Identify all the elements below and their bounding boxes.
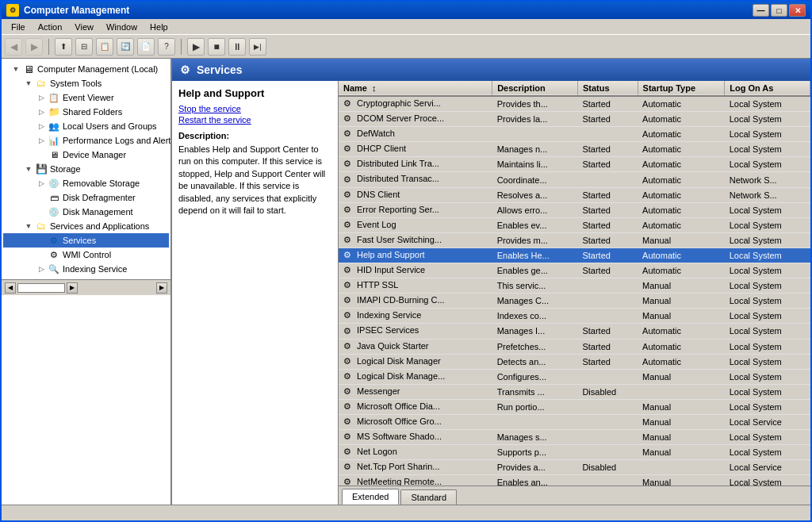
tree-shared-folders[interactable]: ▷ 📁 Shared Folders — [3, 105, 169, 119]
tree-scroll-left[interactable]: ◀ — [5, 282, 16, 294]
tree-expand-button[interactable]: ▶ — [156, 282, 167, 294]
tree-services-apps[interactable]: ▼ 🗂 Services and Applications — [3, 219, 169, 233]
col-status[interactable]: Status — [577, 81, 638, 96]
services-table[interactable]: Name ↕ Description Status Startup Type L… — [339, 81, 810, 486]
tree-services[interactable]: ⚙ Services — [3, 233, 169, 248]
service-name-cell: ⚙Net Logon — [339, 445, 492, 460]
table-row[interactable]: ⚙Net LogonSupports p...ManualLocal Syste… — [339, 445, 810, 460]
table-row[interactable]: ⚙DCOM Server Proce...Provides la...Start… — [339, 112, 810, 127]
table-row[interactable]: ⚙HID Input ServiceEnables ge...StartedAu… — [339, 263, 810, 278]
properties-button[interactable]: 📋 — [96, 38, 113, 56]
table-row[interactable]: ⚙Event LogEnables ev...StartedAutomaticL… — [339, 217, 810, 232]
col-description[interactable]: Description — [492, 81, 578, 96]
table-row[interactable]: ⚙HTTP SSLThis servic...ManualLocal Syste… — [339, 278, 810, 294]
up-button[interactable]: ⬆ — [55, 38, 72, 56]
main-area: ▼ 🖥 Computer Management (Local) ▼ 🗂 Syst… — [2, 59, 810, 505]
col-logon[interactable]: Log On As — [725, 81, 810, 96]
tab-extended[interactable]: Extended — [342, 489, 399, 505]
stop-button[interactable]: ■ — [208, 38, 225, 56]
tree-system-tools[interactable]: ▼ 🗂 System Tools — [3, 76, 169, 90]
back-button[interactable]: ◀ — [5, 38, 22, 56]
table-row[interactable]: ⚙DHCP ClientManages n...StartedAutomatic… — [339, 142, 810, 157]
menu-view[interactable]: View — [68, 21, 100, 33]
table-row[interactable]: ⚙Microsoft Office Dia...Run portio...Man… — [339, 399, 810, 414]
tree-scrollbar[interactable] — [17, 283, 65, 293]
disk-mgmt-expander — [35, 205, 48, 218]
table-row[interactable]: ⚙Distributed Link Tra...Maintains li...S… — [339, 157, 810, 172]
table-row[interactable]: ⚙Net.Tcp Port Sharin...Provides a...Disa… — [339, 460, 810, 475]
tree-system-tools-label: System Tools — [50, 79, 102, 88]
tree-indexing[interactable]: ▷ 🔍 Indexing Service — [3, 262, 169, 276]
menu-file[interactable]: File — [5, 21, 32, 33]
tree-storage[interactable]: ▼ 💾 Storage — [3, 162, 169, 176]
service-status-cell — [577, 414, 638, 429]
maximize-button[interactable]: □ — [771, 4, 787, 17]
table-row[interactable]: ⚙Microsoft Office Gro...ManualLocal Serv… — [339, 414, 810, 429]
table-row[interactable]: ⚙NetMeeting Remote...Enables an...Manual… — [339, 475, 810, 486]
table-row[interactable]: ⚙Help and SupportEnables He...StartedAut… — [339, 248, 810, 263]
service-name-cell: ⚙IMAPI CD-Burning C... — [339, 294, 492, 309]
refresh-button[interactable]: 🔄 — [117, 38, 134, 56]
tree-event-viewer[interactable]: ▷ 📋 Event Viewer — [3, 90, 169, 105]
table-row[interactable]: ⚙Error Reporting Ser...Allows erro...Sta… — [339, 202, 810, 217]
tree-root[interactable]: ▼ 🖥 Computer Management (Local) — [3, 62, 169, 76]
tree-removable-storage[interactable]: ▷ 💿 Removable Storage — [3, 176, 169, 190]
status-bar — [2, 505, 810, 520]
table-row[interactable]: ⚙Cryptographic Servi...Provides th...Sta… — [339, 96, 810, 112]
pause-button[interactable]: ⏸ — [228, 38, 246, 56]
tree-perf-logs[interactable]: ▷ 📊 Performance Logs and Alerts — [3, 133, 169, 148]
service-startup-cell: Manual — [638, 309, 725, 324]
service-desc-cell: Enables an... — [492, 475, 578, 486]
tree-scroll-right[interactable]: ▶ — [67, 282, 78, 294]
table-row[interactable]: ⚙MS Software Shado...Manages s...ManualL… — [339, 430, 810, 445]
table-row[interactable]: ⚙DefWatchAutomaticLocal System — [339, 127, 810, 142]
tree-wmi[interactable]: ⚙ WMI Control — [3, 248, 169, 262]
tree-storage-label: Storage — [50, 164, 81, 174]
col-name[interactable]: Name ↕ — [339, 81, 492, 96]
table-row[interactable]: ⚙Logical Disk Manage...Configures...Manu… — [339, 369, 810, 384]
toolbar: ◀ ▶ ⬆ ⊟ 📋 🔄 📄 ? ▶ ■ ⏸ ▶| — [2, 35, 810, 59]
indexing-expander: ▷ — [35, 263, 48, 275]
service-logon-cell: Network S... — [725, 172, 810, 187]
table-row[interactable]: ⚙Java Quick StarterPrefetches...StartedA… — [339, 339, 810, 354]
service-status-cell — [577, 369, 638, 384]
table-row[interactable]: ⚙IMAPI CD-Burning C...Manages C...Manual… — [339, 294, 810, 309]
service-desc-cell: Prefetches... — [492, 339, 578, 354]
stop-service-link[interactable]: Stop the service — [178, 104, 331, 113]
perf-logs-icon: 📊 — [48, 134, 60, 147]
table-row[interactable]: ⚙Logical Disk ManagerDetects an...Starte… — [339, 354, 810, 369]
help-button[interactable]: ? — [158, 38, 175, 56]
tab-standard[interactable]: Standard — [400, 489, 457, 505]
service-row-icon: ⚙ — [343, 159, 354, 170]
tree-device-manager[interactable]: 🖥 Device Manager — [3, 148, 169, 162]
skip-button[interactable]: ▶| — [249, 38, 266, 56]
tree-services-apps-label: Services and Applications — [50, 221, 149, 231]
window-title: Computer Management — [24, 5, 129, 16]
table-row[interactable]: ⚙Fast User Switching...Provides m...Star… — [339, 232, 810, 248]
tree-local-users[interactable]: ▷ 👥 Local Users and Groups — [3, 119, 169, 133]
service-desc-cell: Manages C... — [492, 294, 578, 309]
service-name-cell: ⚙Microsoft Office Gro... — [339, 414, 492, 429]
restart-service-link[interactable]: Restart the service — [178, 115, 331, 125]
table-row[interactable]: ⚙Indexing ServiceIndexes co...ManualLoca… — [339, 309, 810, 324]
service-startup-cell: Automatic — [638, 172, 725, 187]
tree-disk-defrag[interactable]: 🗃 Disk Defragmenter — [3, 190, 169, 205]
minimize-button[interactable]: — — [753, 4, 769, 17]
menu-help[interactable]: Help — [144, 21, 174, 33]
menu-window[interactable]: Window — [100, 21, 144, 33]
table-row[interactable]: ⚙IPSEC ServicesManages I...StartedAutoma… — [339, 324, 810, 339]
table-row[interactable]: ⚙DNS ClientResolves a...StartedAutomatic… — [339, 187, 810, 202]
service-desc-cell: Manages n... — [492, 142, 578, 157]
forward-button[interactable]: ▶ — [25, 38, 43, 56]
table-row[interactable]: ⚙MessengerTransmits ...DisabledLocal Sys… — [339, 384, 810, 399]
show-hide-button[interactable]: ⊟ — [75, 38, 93, 56]
service-logon-cell: Local System — [725, 445, 810, 460]
tree-disk-mgmt[interactable]: 💿 Disk Management — [3, 205, 169, 219]
table-row[interactable]: ⚙Distributed Transac...Coordinate...Auto… — [339, 172, 810, 187]
export-button[interactable]: 📄 — [137, 38, 155, 56]
desc-links: Stop the service Restart the service — [178, 104, 331, 125]
col-startup[interactable]: Startup Type — [638, 81, 725, 96]
menu-action[interactable]: Action — [32, 21, 69, 33]
play-button[interactable]: ▶ — [187, 38, 205, 56]
close-button[interactable]: ✕ — [789, 4, 806, 17]
